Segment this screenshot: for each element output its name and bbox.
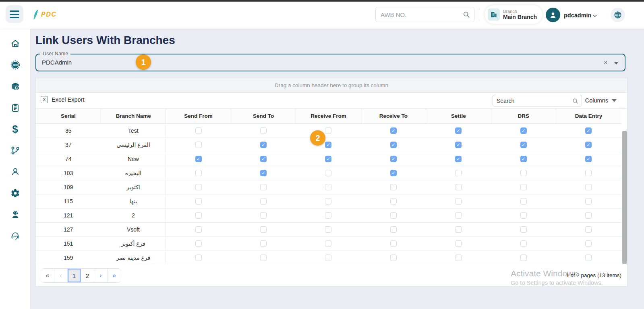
drs-checkbox[interactable] <box>520 170 527 176</box>
drs-checkbox[interactable] <box>520 212 527 219</box>
receive-to-checkbox[interactable] <box>390 170 397 176</box>
settle-checkbox[interactable] <box>455 170 462 176</box>
send-from-checkbox[interactable] <box>195 255 202 261</box>
data-entry-checkbox[interactable] <box>585 184 592 190</box>
data-entry-checkbox[interactable] <box>585 226 592 233</box>
send-from-checkbox[interactable] <box>195 198 202 205</box>
data-entry-checkbox[interactable] <box>585 240 592 247</box>
username-label[interactable]: pdcadmin <box>564 12 591 19</box>
receive-to-checkbox[interactable] <box>390 198 397 205</box>
send-to-checkbox[interactable] <box>260 156 267 162</box>
search-icon[interactable] <box>462 10 470 19</box>
receive-from-checkbox[interactable] <box>325 170 331 176</box>
drs-checkbox[interactable] <box>520 240 527 247</box>
column-header-data-entry[interactable]: Data Entry <box>556 109 621 123</box>
finance-dollar-icon[interactable]: $ <box>10 124 20 134</box>
receive-to-checkbox[interactable] <box>390 226 397 233</box>
awb-search-input[interactable] <box>376 7 474 22</box>
drs-checkbox[interactable] <box>520 198 527 205</box>
first-page-button[interactable]: « <box>41 269 54 282</box>
column-header-receive-to[interactable]: Receive To <box>361 109 426 123</box>
settle-checkbox[interactable] <box>455 142 462 148</box>
data-entry-checkbox[interactable] <box>585 212 592 219</box>
receive-from-checkbox[interactable] <box>325 156 331 162</box>
column-header-receive-from[interactable]: Receive From <box>296 109 361 123</box>
drs-checkbox[interactable] <box>520 156 527 162</box>
column-header-settle[interactable]: Settle <box>426 109 491 123</box>
data-entry-checkbox[interactable] <box>585 170 592 176</box>
data-entry-checkbox[interactable] <box>585 198 592 205</box>
prev-page-button[interactable]: ‹ <box>54 269 68 282</box>
support-agent-icon[interactable] <box>10 210 20 219</box>
column-header-branch-name[interactable]: Branch Name <box>101 109 166 123</box>
send-from-checkbox[interactable] <box>195 170 202 176</box>
drs-checkbox[interactable] <box>520 255 527 261</box>
receive-from-checkbox[interactable] <box>325 212 331 219</box>
column-header-serial[interactable]: Serial <box>36 109 101 123</box>
receive-to-checkbox[interactable] <box>390 212 397 219</box>
users-icon[interactable] <box>10 167 20 177</box>
drs-checkbox[interactable] <box>520 127 527 134</box>
page-button-2[interactable]: 2 <box>81 269 94 282</box>
send-to-checkbox[interactable] <box>260 127 267 134</box>
settle-checkbox[interactable] <box>455 156 462 162</box>
settle-checkbox[interactable] <box>455 184 462 190</box>
data-entry-checkbox[interactable] <box>585 142 592 148</box>
send-to-checkbox[interactable] <box>260 240 267 247</box>
settle-checkbox[interactable] <box>455 240 462 247</box>
settle-checkbox[interactable] <box>455 212 462 219</box>
receive-from-checkbox[interactable] <box>325 240 331 247</box>
new-badge-icon[interactable]: NEW <box>10 60 20 70</box>
receive-to-checkbox[interactable] <box>390 127 397 134</box>
workflow-branch-icon[interactable] <box>10 146 20 155</box>
search-icon[interactable] <box>572 98 579 104</box>
next-page-button[interactable]: › <box>94 269 108 282</box>
excel-export-button[interactable]: X Excel Export <box>41 96 84 103</box>
data-entry-checkbox[interactable] <box>585 255 592 261</box>
send-to-checkbox[interactable] <box>260 212 267 219</box>
send-to-checkbox[interactable] <box>260 226 267 233</box>
clear-selection-icon[interactable]: × <box>603 58 608 67</box>
receive-to-checkbox[interactable] <box>390 142 397 148</box>
settle-checkbox[interactable] <box>455 226 462 233</box>
receive-to-checkbox[interactable] <box>390 255 397 261</box>
home-icon[interactable] <box>10 39 20 48</box>
send-from-checkbox[interactable] <box>195 156 202 162</box>
user-name-select[interactable]: User Name PDCAdmin × <box>35 54 625 71</box>
user-avatar[interactable] <box>546 8 560 22</box>
send-from-checkbox[interactable] <box>195 184 202 190</box>
receive-from-checkbox[interactable] <box>325 142 331 148</box>
send-from-checkbox[interactable] <box>195 240 202 247</box>
receive-from-checkbox[interactable] <box>325 226 331 233</box>
column-header-send-from[interactable]: Send From <box>166 109 231 123</box>
vertical-scrollbar-thumb[interactable] <box>622 131 627 264</box>
menu-toggle-button[interactable] <box>6 5 23 23</box>
settle-checkbox[interactable] <box>455 255 462 261</box>
receive-from-checkbox[interactable] <box>325 184 331 190</box>
receive-to-checkbox[interactable] <box>390 240 397 247</box>
page-button-1[interactable]: 1 <box>68 269 81 282</box>
column-header-drs[interactable]: DRS <box>491 109 556 123</box>
send-to-checkbox[interactable] <box>260 170 267 176</box>
data-entry-checkbox[interactable] <box>585 127 592 134</box>
language-button[interactable] <box>611 8 625 22</box>
send-to-checkbox[interactable] <box>260 255 267 261</box>
drs-checkbox[interactable] <box>520 142 527 148</box>
receive-to-checkbox[interactable] <box>390 184 397 190</box>
send-from-checkbox[interactable] <box>195 226 202 233</box>
branch-switcher[interactable]: Branch Main Branch <box>485 5 543 24</box>
send-to-checkbox[interactable] <box>260 198 267 205</box>
drs-checkbox[interactable] <box>520 226 527 233</box>
settings-gear-icon[interactable] <box>10 188 20 198</box>
send-from-checkbox[interactable] <box>195 142 202 148</box>
last-page-button[interactable]: » <box>108 269 121 282</box>
receive-from-checkbox[interactable] <box>325 127 331 134</box>
orders-clipboard-icon[interactable] <box>10 103 20 113</box>
grid-search-input[interactable] <box>493 95 582 106</box>
receive-from-checkbox[interactable] <box>325 198 331 205</box>
settle-checkbox[interactable] <box>455 198 462 205</box>
drs-checkbox[interactable] <box>520 184 527 190</box>
settle-checkbox[interactable] <box>455 127 462 134</box>
column-header-send-to[interactable]: Send To <box>231 109 296 123</box>
send-from-checkbox[interactable] <box>195 212 202 219</box>
